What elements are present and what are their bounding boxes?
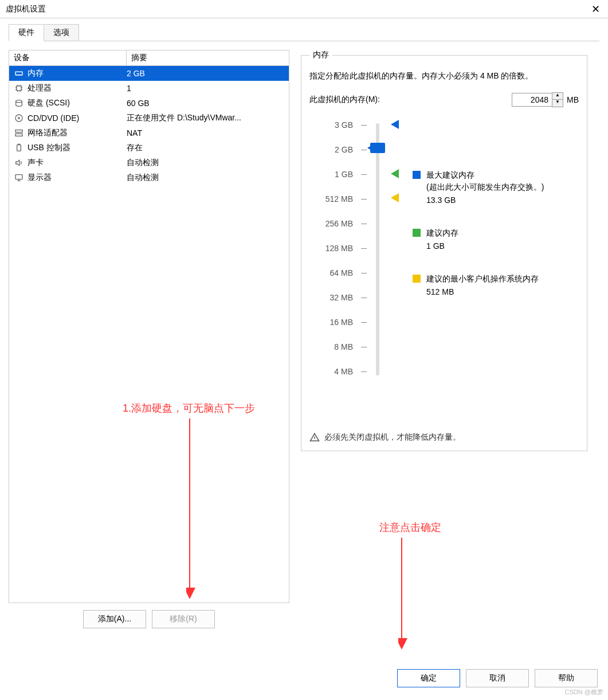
svg-rect-8: [15, 175, 22, 179]
hw-name: 处理器: [28, 83, 52, 93]
hw-summary: 自动检测: [127, 173, 285, 183]
legend-max-note: (超出此大小可能发生内存交换。): [426, 181, 544, 193]
marker-rec-icon: [386, 169, 399, 178]
cancel-button[interactable]: 取消: [466, 669, 529, 687]
tick-label: 4 MB: [315, 367, 353, 376]
cpu-icon: [13, 84, 25, 93]
left-panel: 设备 摘要 内存 2 GB 处理器 1 硬盘 (SCSI) 60 GB CD/D…: [9, 50, 289, 628]
hw-row-network[interactable]: 网络适配器 NAT: [9, 126, 289, 140]
marker-max-icon: [386, 120, 399, 129]
svg-point-3: [15, 115, 22, 122]
content-area: 硬件 选项 设备 摘要 内存 2 GB 处理器 1 硬盘 (SCSI): [0, 18, 608, 628]
memory-legend: 内存: [309, 50, 332, 60]
slider-track[interactable]: [376, 123, 379, 376]
legend-rec: 建议内存: [426, 227, 458, 239]
legend-rec-val: 1 GB: [426, 240, 458, 252]
tick-label: 16 MB: [315, 318, 353, 327]
memory-warning: 必须先关闭虚拟机，才能降低内存量。: [324, 432, 461, 443]
hw-summary: 正在使用文件 D:\Study\VMwar...: [127, 113, 285, 123]
memory-slider[interactable]: 3 GB 2 GB 1 GB 512 MB 256 MB 128 MB 64 M…: [315, 123, 579, 387]
hardware-list: 设备 摘要 内存 2 GB 处理器 1 硬盘 (SCSI) 60 GB CD/D…: [9, 50, 289, 603]
usb-icon: [13, 143, 25, 152]
hw-name: 显示器: [28, 173, 52, 183]
hw-row-disk[interactable]: 硬盘 (SCSI) 60 GB: [9, 96, 289, 111]
hw-row-memory[interactable]: 内存 2 GB: [9, 66, 289, 81]
help-button[interactable]: 帮助: [535, 669, 598, 687]
hw-row-usb[interactable]: USB 控制器 存在: [9, 140, 289, 155]
tick-label: 32 MB: [315, 293, 353, 302]
add-button[interactable]: 添加(A)...: [83, 610, 146, 628]
right-panel: 内存 指定分配给此虚拟机的内存量。内存大小必须为 4 MB 的倍数。 此虚拟机的…: [301, 50, 587, 628]
hw-summary: 存在: [127, 143, 285, 153]
legend-box-rec: [413, 229, 421, 237]
memory-group: 内存 指定分配给此虚拟机的内存量。内存大小必须为 4 MB 的倍数。 此虚拟机的…: [301, 50, 587, 451]
col-device: 设备: [9, 50, 127, 65]
hw-name: CD/DVD (IDE): [28, 114, 79, 123]
network-icon: [13, 128, 25, 138]
hw-summary: 1: [127, 84, 285, 93]
dialog-buttons: 确定 取消 帮助: [397, 669, 598, 687]
cd-icon: [13, 114, 25, 123]
tick-label: 1 GB: [315, 170, 353, 179]
warning-icon: [309, 432, 320, 443]
legend-box-max: [413, 171, 421, 179]
hw-name: USB 控制器: [28, 143, 70, 153]
tab-bar: 硬件 选项: [9, 24, 599, 41]
hw-name: 硬盘 (SCSI): [28, 98, 70, 108]
title-bar: 虚拟机设置 ✕: [0, 0, 608, 18]
hw-row-display[interactable]: 显示器 自动检测: [9, 170, 289, 185]
hw-summary: 2 GB: [127, 69, 285, 78]
remove-button[interactable]: 移除(R): [152, 610, 215, 628]
svg-rect-1: [17, 86, 21, 91]
tick-label: 64 MB: [315, 268, 353, 277]
spinner-down-icon[interactable]: ▼: [552, 100, 563, 107]
hw-row-sound[interactable]: 声卡 自动检测: [9, 155, 289, 170]
ok-button[interactable]: 确定: [397, 669, 460, 687]
slider-handle[interactable]: [370, 143, 385, 153]
svg-rect-0: [15, 72, 22, 75]
hardware-list-header: 设备 摘要: [9, 50, 289, 66]
memory-legends: 最大建议内存 (超出此大小可能发生内存交换。) 13.3 GB 建议内存 1 G…: [413, 169, 579, 303]
sound-icon: [13, 158, 25, 167]
memory-icon: [13, 69, 25, 78]
hw-row-cd[interactable]: CD/DVD (IDE) 正在使用文件 D:\Study\VMwar...: [9, 111, 289, 126]
disk-icon: [13, 99, 25, 108]
hw-row-cpu[interactable]: 处理器 1: [9, 81, 289, 96]
memory-unit: MB: [567, 95, 579, 104]
close-icon[interactable]: ✕: [589, 3, 602, 15]
tick-label: 2 GB: [315, 145, 353, 154]
hw-name: 内存: [28, 68, 44, 79]
legend-box-min: [413, 275, 421, 283]
memory-field-label: 此虚拟机的内存(M):: [309, 95, 380, 105]
tab-options[interactable]: 选项: [44, 24, 79, 41]
svg-point-2: [16, 100, 22, 103]
memory-input[interactable]: [512, 93, 552, 107]
legend-max-val: 13.3 GB: [426, 194, 544, 206]
display-icon: [13, 173, 25, 182]
svg-rect-7: [17, 145, 21, 151]
window-title: 虚拟机设置: [6, 4, 46, 14]
tick-label: 256 MB: [315, 219, 353, 228]
svg-rect-5: [15, 130, 22, 132]
tick-label: 512 MB: [315, 194, 353, 204]
memory-desc: 指定分配给此虚拟机的内存量。内存大小必须为 4 MB 的倍数。: [309, 69, 579, 82]
tick-label: 8 MB: [315, 342, 353, 351]
legend-min: 建议的最小客户机操作系统内存: [426, 273, 539, 285]
hw-name: 网络适配器: [28, 128, 68, 138]
tick-label: 128 MB: [315, 244, 353, 253]
tab-hardware[interactable]: 硬件: [9, 24, 44, 41]
svg-point-4: [18, 118, 20, 119]
hw-summary: 自动检测: [127, 158, 285, 168]
tick-label: 3 GB: [315, 120, 353, 130]
watermark: CSDN @樵萝: [565, 688, 603, 697]
col-summary: 摘要: [127, 50, 289, 65]
legend-min-val: 512 MB: [426, 286, 539, 298]
hw-name: 声卡: [28, 158, 44, 168]
svg-rect-6: [15, 134, 22, 136]
hw-summary: NAT: [127, 128, 285, 138]
marker-min-icon: [386, 193, 399, 202]
hw-summary: 60 GB: [127, 99, 285, 108]
legend-max: 最大建议内存: [426, 169, 544, 181]
memory-spinner[interactable]: ▲ ▼: [512, 92, 563, 107]
